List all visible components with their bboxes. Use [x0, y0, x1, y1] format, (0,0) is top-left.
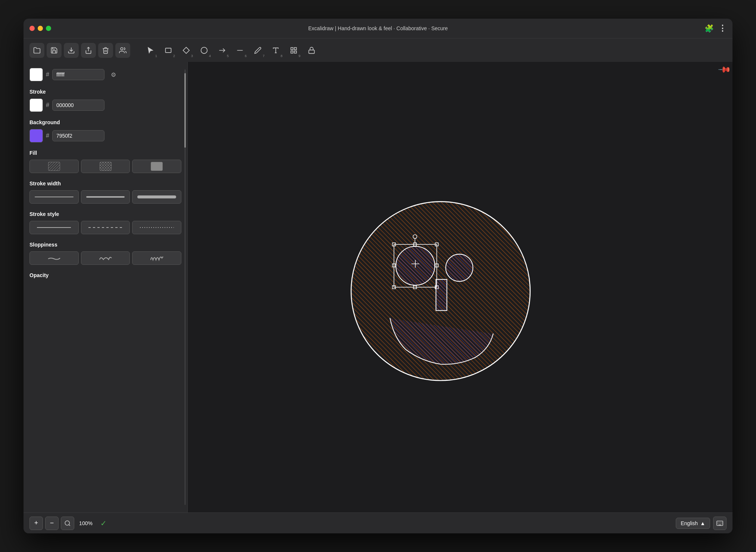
open-button[interactable]: [29, 43, 44, 58]
dashed-stroke-icon: [88, 227, 122, 228]
titlebar-actions: 🧩 ⋮: [705, 23, 727, 33]
opacity-label: Opacity: [29, 272, 181, 278]
sloppiness-medium[interactable]: [81, 251, 130, 265]
sloppiness-medium-icon: [99, 254, 112, 262]
svg-point-2: [121, 47, 123, 50]
zoom-in-button[interactable]: +: [29, 517, 43, 530]
status-icon: ✓: [100, 519, 107, 528]
hash-symbol-2: #: [46, 102, 49, 109]
fill-section: Fill: [29, 150, 181, 173]
background-color-swatch[interactable]: [29, 129, 43, 142]
tool-lock[interactable]: [303, 42, 320, 59]
file-tools: [29, 43, 130, 58]
chevron-up-icon: ▲: [700, 520, 705, 526]
zoom-reset-button[interactable]: [61, 517, 74, 530]
language-selector[interactable]: English ▲: [676, 518, 710, 529]
sloppiness-low-icon: [47, 254, 61, 262]
stroke-width-thin[interactable]: [29, 190, 79, 204]
fill-solid-option[interactable]: [132, 160, 181, 173]
page-title: Excalidraw | Hand-drawn look & feel · Co…: [308, 25, 448, 31]
svg-marker-4: [183, 47, 190, 53]
tool-image[interactable]: 9: [285, 42, 302, 59]
fill-cross-hatch-option[interactable]: [81, 160, 130, 173]
svg-point-33: [446, 254, 473, 281]
stroke-width-options: [29, 190, 181, 204]
stroke-solid-option[interactable]: [29, 221, 79, 234]
stroke-width-section: Stroke width: [29, 181, 181, 204]
tool-diamond[interactable]: 3: [178, 42, 194, 59]
hash-symbol-3: #: [46, 132, 49, 139]
thin-line-icon: [35, 197, 74, 197]
stroke-color-input[interactable]: [52, 100, 104, 111]
scrollbar[interactable]: [184, 69, 186, 505]
drawing-tools: 1 2 3 4: [142, 42, 320, 59]
extensions-icon[interactable]: 🧩: [705, 24, 714, 33]
menu-icon[interactable]: ⋮: [718, 23, 727, 33]
svg-line-36: [69, 524, 70, 526]
sloppiness-label: Sloppiness: [29, 242, 181, 248]
keyboard-button[interactable]: [713, 517, 727, 530]
scroll-thumb: [184, 73, 186, 148]
tool-ellipse[interactable]: 4: [196, 42, 212, 59]
svg-rect-14: [309, 50, 315, 53]
color-settings-button[interactable]: ⚙: [107, 69, 119, 81]
background-label: Background: [29, 119, 181, 125]
sloppiness-low[interactable]: [29, 251, 79, 265]
tool-arrow[interactable]: 5: [214, 42, 230, 59]
traffic-lights: [29, 26, 51, 31]
dotted-stroke-icon: [140, 227, 174, 228]
tool-pencil[interactable]: 7: [250, 42, 266, 59]
stroke-section: Stroke #: [29, 89, 181, 112]
save-button[interactable]: [47, 43, 62, 58]
sloppiness-high[interactable]: [132, 251, 181, 265]
stroke-color-swatch[interactable]: [29, 98, 43, 112]
sidebar-scroll[interactable]: # ⚙ Stroke # Background: [24, 62, 187, 512]
stroke-dotted-option[interactable]: [132, 221, 181, 234]
stroke-width-label: Stroke width: [29, 181, 181, 186]
tool-line[interactable]: 6: [232, 42, 248, 59]
background-color-row: #: [29, 129, 181, 142]
stroke-dashed-option[interactable]: [81, 221, 130, 234]
canvas-color-swatch[interactable]: [29, 68, 43, 81]
canvas-area[interactable]: 📌: [188, 62, 732, 512]
background-section: Background #: [29, 119, 181, 142]
svg-rect-13: [294, 51, 297, 53]
background-color-input[interactable]: [52, 130, 104, 141]
hatch-icon: [48, 162, 60, 171]
stroke-width-thick[interactable]: [132, 190, 181, 204]
bottom-bar: + − 100% ✓ English ▲: [24, 512, 732, 533]
canvas-color-row: # ⚙: [29, 68, 181, 81]
tool-rectangle[interactable]: 2: [160, 42, 176, 59]
fill-label: Fill: [29, 150, 181, 156]
minimize-button[interactable]: [38, 26, 43, 31]
export-button[interactable]: [64, 43, 79, 58]
fill-options: [29, 160, 181, 173]
thick-line-icon: [137, 195, 176, 198]
fill-hatch-option[interactable]: [29, 160, 79, 173]
solid-stroke-icon: [37, 227, 71, 228]
titlebar: Excalidraw | Hand-drawn look & feel · Co…: [24, 19, 732, 38]
close-button[interactable]: [29, 26, 35, 31]
svg-rect-10: [291, 47, 293, 50]
zoom-out-button[interactable]: −: [45, 517, 59, 530]
main-toolbar: 1 2 3 4: [24, 38, 732, 62]
tool-select[interactable]: 1: [142, 42, 159, 59]
stroke-width-medium[interactable]: [81, 190, 130, 204]
stroke-style-options: [29, 221, 181, 234]
zoom-level: 100%: [76, 520, 95, 526]
medium-line-icon: [86, 196, 125, 198]
language-label: English: [681, 520, 698, 526]
svg-point-35: [65, 521, 69, 525]
collab-button[interactable]: [115, 43, 130, 58]
share-button[interactable]: [81, 43, 96, 58]
maximize-button[interactable]: [46, 26, 51, 31]
sloppiness-options: [29, 251, 181, 265]
svg-rect-34: [436, 279, 447, 310]
sloppiness-section: Sloppiness: [29, 242, 181, 265]
app-window: Excalidraw | Hand-drawn look & feel · Co…: [24, 19, 732, 533]
tool-text[interactable]: 8: [268, 42, 284, 59]
delete-button[interactable]: [98, 43, 113, 58]
canvas-color-input[interactable]: [52, 69, 104, 80]
stroke-color-row: #: [29, 98, 181, 112]
sloppiness-high-icon: [150, 254, 163, 262]
